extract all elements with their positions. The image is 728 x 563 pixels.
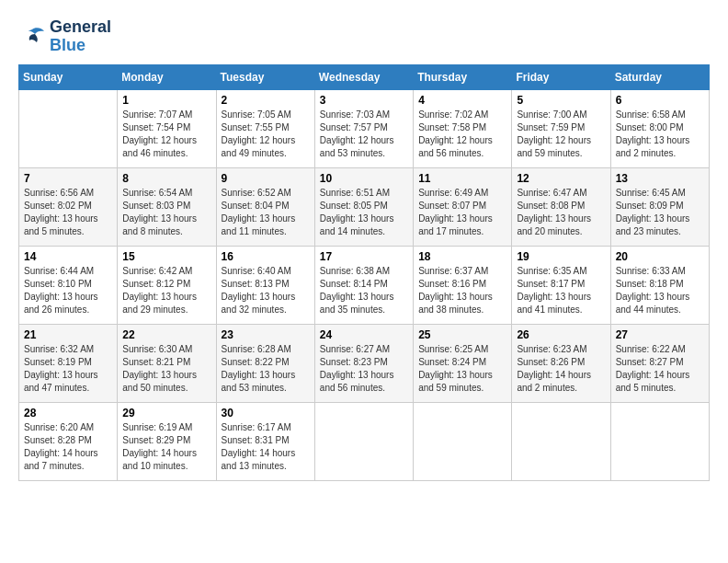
calendar-day-22: 22Sunrise: 6:30 AMSunset: 8:21 PMDayligh… [118,324,216,402]
calendar-empty-cell [610,402,709,480]
day-info: Sunrise: 6:51 AMSunset: 8:05 PMDaylight:… [320,187,408,238]
day-number: 16 [222,250,310,263]
day-number: 2 [222,94,310,107]
column-header-tuesday: Tuesday [216,64,314,89]
calendar-day-2: 2Sunrise: 7:05 AMSunset: 7:55 PMDaylight… [216,89,314,167]
day-info: Sunrise: 6:52 AMSunset: 8:04 PMDaylight:… [222,187,310,238]
calendar-day-9: 9Sunrise: 6:52 AMSunset: 8:04 PMDaylight… [216,167,314,246]
day-info: Sunrise: 6:17 AMSunset: 8:31 PMDaylight:… [222,421,310,473]
day-number: 21 [24,328,112,341]
calendar-day-18: 18Sunrise: 6:37 AMSunset: 8:16 PMDayligh… [414,246,512,324]
calendar-day-19: 19Sunrise: 6:35 AMSunset: 8:17 PMDayligh… [512,246,610,324]
calendar-day-25: 25Sunrise: 6:25 AMSunset: 8:24 PMDayligh… [414,324,512,402]
day-number: 25 [418,328,506,341]
calendar-week-row: 28Sunrise: 6:20 AMSunset: 8:28 PMDayligh… [19,402,710,480]
column-header-monday: Monday [118,64,216,89]
column-header-friday: Friday [512,64,610,89]
calendar-day-26: 26Sunrise: 6:23 AMSunset: 8:26 PMDayligh… [512,324,610,402]
day-info: Sunrise: 6:49 AMSunset: 8:07 PMDaylight:… [418,187,506,238]
day-info: Sunrise: 7:05 AMSunset: 7:55 PMDaylight:… [222,109,310,160]
calendar-empty-cell [512,402,610,480]
day-info: Sunrise: 6:35 AMSunset: 8:17 PMDaylight:… [517,265,605,316]
day-number: 30 [222,407,310,419]
calendar-day-7: 7Sunrise: 6:56 AMSunset: 8:02 PMDaylight… [19,167,118,246]
day-info: Sunrise: 6:30 AMSunset: 8:21 PMDaylight:… [122,343,210,395]
day-number: 22 [122,328,210,341]
calendar-week-row: 21Sunrise: 6:32 AMSunset: 8:19 PMDayligh… [19,324,710,402]
day-number: 8 [122,172,210,185]
calendar-day-21: 21Sunrise: 6:32 AMSunset: 8:19 PMDayligh… [19,324,118,402]
day-info: Sunrise: 6:23 AMSunset: 8:26 PMDaylight:… [517,343,605,395]
column-header-sunday: Sunday [19,64,118,89]
calendar-day-1: 1Sunrise: 7:07 AMSunset: 7:54 PMDaylight… [118,89,216,167]
column-header-thursday: Thursday [414,64,512,89]
calendar-empty-cell [19,89,118,167]
day-number: 9 [222,172,310,185]
day-number: 26 [517,328,605,341]
day-info: Sunrise: 6:58 AMSunset: 8:00 PMDaylight:… [616,109,704,160]
calendar-day-4: 4Sunrise: 7:02 AMSunset: 7:58 PMDaylight… [414,89,512,167]
day-info: Sunrise: 6:40 AMSunset: 8:13 PMDaylight:… [222,265,310,316]
calendar-day-27: 27Sunrise: 6:22 AMSunset: 8:27 PMDayligh… [610,324,709,402]
day-info: Sunrise: 6:37 AMSunset: 8:16 PMDaylight:… [418,265,506,316]
calendar-day-28: 28Sunrise: 6:20 AMSunset: 8:28 PMDayligh… [19,402,118,480]
day-number: 20 [616,250,704,263]
day-number: 17 [320,250,408,263]
day-info: Sunrise: 6:33 AMSunset: 8:18 PMDaylight:… [616,265,704,316]
day-number: 15 [122,250,210,263]
day-number: 10 [320,172,408,185]
page-header: GeneralBlue [18,18,710,55]
day-number: 5 [517,94,605,107]
calendar-day-24: 24Sunrise: 6:27 AMSunset: 8:23 PMDayligh… [314,324,413,402]
calendar-week-row: 1Sunrise: 7:07 AMSunset: 7:54 PMDaylight… [19,89,710,167]
day-info: Sunrise: 7:07 AMSunset: 7:54 PMDaylight:… [122,109,210,160]
day-number: 12 [517,172,605,185]
calendar-day-23: 23Sunrise: 6:28 AMSunset: 8:22 PMDayligh… [216,324,314,402]
day-info: Sunrise: 6:22 AMSunset: 8:27 PMDaylight:… [616,343,704,395]
day-number: 18 [418,250,506,263]
day-info: Sunrise: 6:54 AMSunset: 8:03 PMDaylight:… [122,187,210,238]
calendar-day-3: 3Sunrise: 7:03 AMSunset: 7:57 PMDaylight… [314,89,413,167]
column-header-saturday: Saturday [610,64,709,89]
calendar-day-20: 20Sunrise: 6:33 AMSunset: 8:18 PMDayligh… [610,246,709,324]
day-info: Sunrise: 6:20 AMSunset: 8:28 PMDaylight:… [24,421,112,473]
calendar-day-29: 29Sunrise: 6:19 AMSunset: 8:29 PMDayligh… [118,402,216,480]
calendar-day-15: 15Sunrise: 6:42 AMSunset: 8:12 PMDayligh… [118,246,216,324]
day-number: 24 [320,328,408,341]
column-header-wednesday: Wednesday [314,64,413,89]
calendar-week-row: 14Sunrise: 6:44 AMSunset: 8:10 PMDayligh… [19,246,710,324]
day-number: 13 [616,172,704,185]
calendar-day-13: 13Sunrise: 6:45 AMSunset: 8:09 PMDayligh… [610,167,709,246]
day-number: 23 [222,328,310,341]
day-info: Sunrise: 6:42 AMSunset: 8:12 PMDaylight:… [122,265,210,316]
calendar-table: SundayMondayTuesdayWednesdayThursdayFrid… [18,64,710,481]
day-info: Sunrise: 6:56 AMSunset: 8:02 PMDaylight:… [24,187,112,238]
day-number: 3 [320,94,408,107]
calendar-day-10: 10Sunrise: 6:51 AMSunset: 8:05 PMDayligh… [314,167,413,246]
logo-text: GeneralBlue [50,18,111,55]
day-number: 1 [122,94,210,107]
day-number: 4 [418,94,506,107]
day-number: 11 [418,172,506,185]
calendar-empty-cell [314,402,413,480]
day-info: Sunrise: 6:28 AMSunset: 8:22 PMDaylight:… [222,343,310,395]
day-info: Sunrise: 6:19 AMSunset: 8:29 PMDaylight:… [122,421,210,473]
logo-icon [18,26,46,48]
calendar-week-row: 7Sunrise: 6:56 AMSunset: 8:02 PMDaylight… [19,167,710,246]
calendar-day-12: 12Sunrise: 6:47 AMSunset: 8:08 PMDayligh… [512,167,610,246]
day-info: Sunrise: 6:32 AMSunset: 8:19 PMDaylight:… [24,343,112,395]
logo: GeneralBlue [18,18,111,55]
day-info: Sunrise: 7:00 AMSunset: 7:59 PMDaylight:… [517,109,605,160]
day-number: 14 [24,250,112,263]
day-info: Sunrise: 6:44 AMSunset: 8:10 PMDaylight:… [24,265,112,316]
day-number: 29 [122,407,210,419]
day-info: Sunrise: 7:03 AMSunset: 7:57 PMDaylight:… [320,109,408,160]
day-info: Sunrise: 6:45 AMSunset: 8:09 PMDaylight:… [616,187,704,238]
calendar-day-14: 14Sunrise: 6:44 AMSunset: 8:10 PMDayligh… [19,246,118,324]
day-number: 7 [24,172,112,185]
calendar-day-30: 30Sunrise: 6:17 AMSunset: 8:31 PMDayligh… [216,402,314,480]
calendar-day-17: 17Sunrise: 6:38 AMSunset: 8:14 PMDayligh… [314,246,413,324]
day-info: Sunrise: 7:02 AMSunset: 7:58 PMDaylight:… [418,109,506,160]
day-info: Sunrise: 6:25 AMSunset: 8:24 PMDaylight:… [418,343,506,395]
day-number: 6 [616,94,704,107]
